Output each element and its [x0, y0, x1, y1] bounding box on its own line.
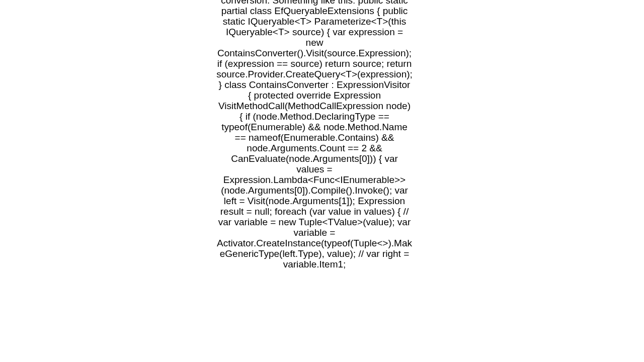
document-text-block: conversion. Something like this: public …	[216, 0, 413, 269]
